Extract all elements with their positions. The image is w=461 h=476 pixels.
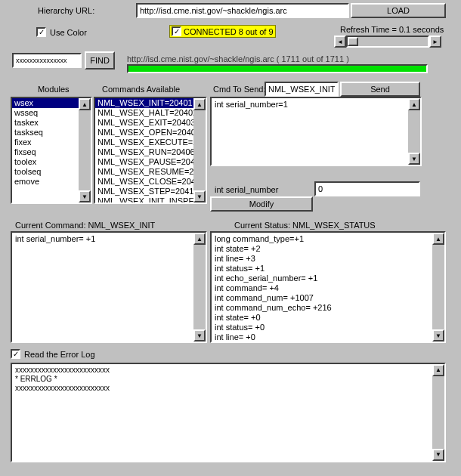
refresh-decrease-button[interactable]: ◄ — [334, 36, 346, 48]
cmd-body-text[interactable]: int serial_number=1 — [215, 100, 417, 109]
connected-checkbox[interactable]: ✓ — [172, 26, 181, 36]
current-status-body: long command_type=+1int state= +2int lin… — [210, 231, 446, 343]
find-input[interactable] — [12, 53, 82, 68]
scroll-up-icon[interactable]: ▲ — [193, 233, 206, 245]
error-log-body[interactable]: xxxxxxxxxxxxxxxxxxxxxxxxx * ERRLOG * xxx… — [11, 363, 446, 462]
scroll-up-icon[interactable]: ▲ — [432, 364, 444, 376]
command-item[interactable]: NML_WSEX_EXIT=20403 — [95, 118, 206, 128]
progress-bar — [128, 66, 426, 72]
command-item[interactable]: NML_WSEX_EXECUTE=20 — [95, 138, 206, 147]
hierarchy-url-input[interactable] — [136, 3, 349, 18]
scroll-up-icon[interactable]: ▲ — [432, 233, 444, 245]
errlog-line: xxxxxxxxxxxxxxxxxxxxxxxxx — [15, 384, 441, 393]
scroll-up-icon[interactable]: ▲ — [193, 98, 206, 110]
connected-label: CONNECTED 8 out of 9 — [184, 27, 274, 36]
modules-header: Modules — [38, 85, 70, 94]
command-item[interactable]: NML_WSEX_HALT=20402 — [95, 108, 206, 118]
hierarchy-url-label: Hierarchy URL: — [38, 6, 94, 15]
use-color-label: Use Color — [50, 28, 87, 37]
refresh-slider-thumb[interactable] — [348, 37, 358, 46]
param-value-input[interactable] — [314, 181, 420, 196]
status-line: int status= +1 — [215, 264, 441, 274]
current-command-body: int serial_number= +1 — [15, 234, 203, 243]
scroll-down-icon[interactable]: ▼ — [79, 190, 91, 202]
scroll-down-icon[interactable]: ▼ — [193, 329, 206, 342]
command-item[interactable]: NML_WSEX_CLOSE=204 — [95, 177, 206, 187]
scroll-down-icon[interactable]: ▼ — [408, 153, 420, 165]
param-name-label: int serial_number — [215, 185, 278, 194]
status-line: int state= +2 — [215, 244, 441, 254]
command-item[interactable]: NML_WSEX_PAUSE=204 — [95, 157, 206, 167]
command-item[interactable]: NML_WSEX_RUN=20406 — [95, 147, 206, 157]
scroll-up-icon[interactable]: ▲ — [408, 98, 420, 110]
command-item[interactable]: NML_WSEX_OPEN=20404 — [95, 128, 206, 138]
modify-button[interactable]: Modify — [210, 196, 313, 212]
scroll-up-icon[interactable]: ▲ — [79, 98, 91, 110]
commands-header: Commands Available — [102, 85, 180, 94]
current-status-label: Current Status: NML_WSEX_STATUS — [234, 221, 376, 230]
status-line: int command_num_echo= +216 — [215, 303, 441, 313]
status-line: int status= +0 — [215, 323, 441, 332]
find-button[interactable]: FIND — [85, 51, 115, 70]
scroll-down-icon[interactable]: ▼ — [432, 329, 444, 342]
status-line: int line= +3 — [215, 254, 441, 264]
errlog-line: xxxxxxxxxxxxxxxxxxxxxxxxx — [15, 366, 441, 375]
loading-url-label: http://isd.cme.nist.gov/~shackle/ngis.ar… — [127, 54, 349, 63]
command-item[interactable]: NML_WSEX_INIT=20401 — [95, 98, 206, 108]
modules-list[interactable]: wsexwsseqtaskextaskseqfixexfixseqtoolext… — [11, 97, 92, 204]
cmd-to-send-label: Cmd To Send: — [213, 85, 266, 94]
command-item[interactable]: NML_WSEX_INIT_INSPE — [95, 196, 206, 204]
status-line: long command_type=+1 — [215, 234, 441, 244]
scroll-down-icon[interactable]: ▼ — [432, 449, 444, 461]
commands-list[interactable]: NML_WSEX_INIT=20401NML_WSEX_HALT=20402NM… — [94, 97, 207, 204]
current-command-label: Current Command: NML_WSEX_INIT — [15, 221, 155, 230]
status-line: int echo_serial_number= +1 — [215, 274, 441, 283]
command-item[interactable]: NML_WSEX_RESUME=20 — [95, 167, 206, 177]
status-line: int state= +0 — [215, 313, 441, 323]
load-button[interactable]: LOAD — [351, 3, 446, 18]
status-line: int line= +0 — [215, 332, 441, 342]
errlog-line: * ERRLOG * — [15, 375, 441, 384]
read-error-log-label: Read the Error Log — [24, 350, 95, 359]
read-error-log-checkbox[interactable]: ✓ — [11, 349, 20, 359]
refresh-time-label: Refresh Time = 0.1 seconds — [340, 25, 444, 34]
command-item[interactable]: NML_WSEX_STEP=2041 — [95, 187, 206, 196]
cmd-to-send-input[interactable] — [265, 82, 339, 97]
scroll-down-icon[interactable]: ▼ — [193, 190, 206, 202]
use-color-checkbox[interactable]: ✓ — [36, 27, 46, 37]
refresh-increase-button[interactable]: ► — [429, 36, 441, 48]
status-line: int command_num= +1007 — [215, 293, 441, 303]
send-button[interactable]: Send — [340, 82, 420, 97]
refresh-slider-track[interactable] — [346, 36, 429, 48]
status-line: int command= +4 — [215, 283, 441, 293]
